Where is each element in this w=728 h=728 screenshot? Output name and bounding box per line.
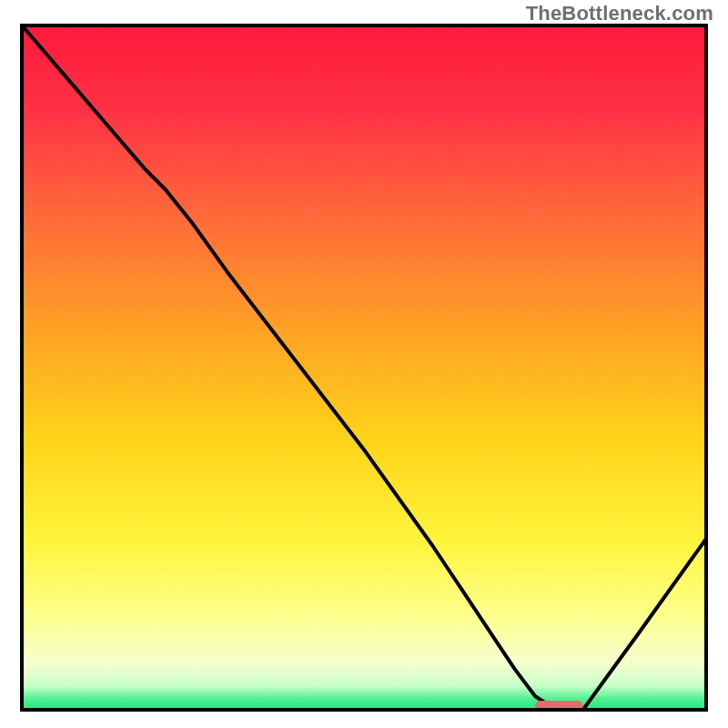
- chart-container: TheBottleneck.com: [0, 0, 728, 728]
- bottleneck-chart: [0, 0, 728, 728]
- plot-gradient: [22, 25, 706, 710]
